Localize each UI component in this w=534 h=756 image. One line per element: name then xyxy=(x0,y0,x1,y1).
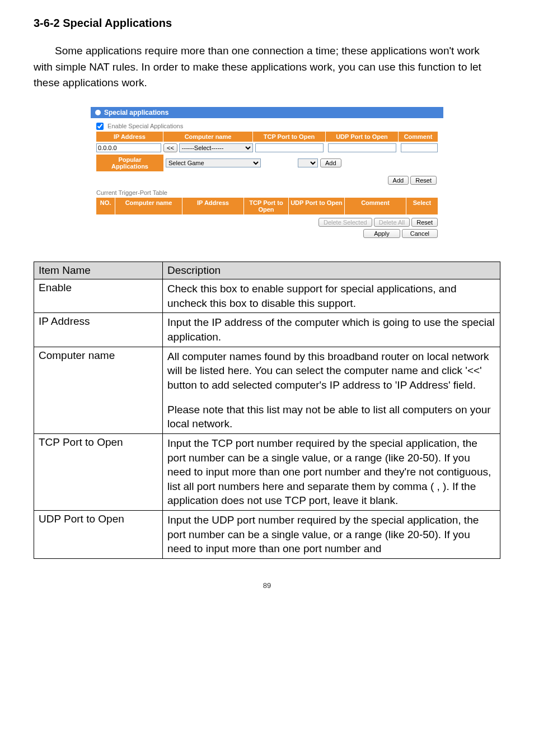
item-cell: Enable xyxy=(34,279,163,313)
hdr2-no: NO. xyxy=(96,198,115,214)
description-table-body: EnableCheck this box to enable support f… xyxy=(34,279,500,559)
hdr-comment: Comment xyxy=(399,132,438,142)
desc-paragraph: Please note that this list may not be ab… xyxy=(167,403,495,431)
panel-body: Enable Special Applications IP Address C… xyxy=(91,118,443,242)
ui-screenshot-wrapper: Special applications Enable Special Appl… xyxy=(34,107,500,242)
desc-paragraph: All computer names found by this broadba… xyxy=(167,349,495,393)
item-cell: UDP Port to Open xyxy=(34,511,163,559)
page-number: 89 xyxy=(34,581,500,590)
computer-name-select[interactable]: ------Select------ xyxy=(179,143,253,152)
desc-cell: Check this box to enable support for spe… xyxy=(163,279,500,313)
item-cell: IP Address xyxy=(34,313,163,347)
popular-apps-value-select[interactable] xyxy=(298,158,318,167)
desc-cell: All computer names found by this broadba… xyxy=(163,347,500,433)
trigger-table-header: NO. Computer name IP Address TCP Port to… xyxy=(96,198,438,214)
input-table-header: IP Address Computer name TCP Port to Ope… xyxy=(96,132,438,142)
desc-paragraph: Input the UDP port number required by th… xyxy=(167,513,495,556)
desc-cell: Input the IP address of the computer whi… xyxy=(163,313,500,347)
delete-selected-button[interactable]: Delete Selected xyxy=(318,218,372,227)
panel-titlebar: Special applications xyxy=(91,107,443,118)
hdr2-ip: IP Address xyxy=(182,198,244,214)
desc-cell: Input the TCP port number required by th… xyxy=(163,433,500,510)
reset-button[interactable]: Reset xyxy=(410,176,437,185)
delete-all-button[interactable]: Delete All xyxy=(374,218,410,227)
section-heading: 3-6-2 Special Applications xyxy=(34,17,500,30)
desc-paragraph: Input the TCP port number required by th… xyxy=(167,436,495,508)
trigger-table-label: Current Trigger-Port Table xyxy=(96,189,438,196)
table-row: EnableCheck this box to enable support f… xyxy=(34,279,500,313)
description-table: Item Name Description EnableCheck this b… xyxy=(34,262,500,559)
add-reset-row: Add Reset xyxy=(96,176,437,185)
popular-add-button[interactable]: Add xyxy=(320,158,341,167)
hdr2-udp: UDP Port to Open xyxy=(289,198,345,214)
hdr2-select: Select xyxy=(406,198,438,214)
apply-button[interactable]: Apply xyxy=(363,229,400,238)
desc-paragraph: Input the IP address of the computer whi… xyxy=(167,315,495,344)
enable-label: Enable Special Applications xyxy=(107,123,183,129)
table-row: IP AddressInput the IP address of the co… xyxy=(34,313,500,347)
desc-paragraph: Check this box to enable support for spe… xyxy=(167,282,495,310)
hdr2-tcp: TCP Port to Open xyxy=(244,198,289,214)
ip-address-input[interactable] xyxy=(96,143,161,152)
add-button[interactable]: Add xyxy=(388,176,409,185)
cancel-button[interactable]: Cancel xyxy=(402,229,438,238)
copy-left-button[interactable]: << xyxy=(163,143,177,152)
hdr2-cn: Computer name xyxy=(115,198,182,214)
intro-paragraph: Some applications require more than one … xyxy=(34,43,500,91)
hdr-ip: IP Address xyxy=(96,132,163,142)
reset-button-2[interactable]: Reset xyxy=(411,218,438,227)
panel-title: Special applications xyxy=(104,109,168,116)
input-row: << ------Select------ xyxy=(96,143,438,152)
comment-input[interactable] xyxy=(401,143,438,152)
hdr-udp: UDP Port to Open xyxy=(326,132,399,142)
hdr-computer-name: Computer name xyxy=(163,132,253,142)
popular-apps-select[interactable]: Select Game xyxy=(166,158,261,167)
item-cell: Computer name xyxy=(34,347,163,433)
special-applications-panel: Special applications Enable Special Appl… xyxy=(91,107,443,242)
enable-checkbox[interactable] xyxy=(96,123,104,130)
apply-cancel-row: Apply Cancel xyxy=(96,229,438,238)
table-row: TCP Port to OpenInput the TCP port numbe… xyxy=(34,433,500,510)
item-cell: TCP Port to Open xyxy=(34,433,163,510)
table-row: UDP Port to OpenInput the UDP port numbe… xyxy=(34,511,500,559)
th-description: Description xyxy=(163,262,500,279)
th-item-name: Item Name xyxy=(34,262,163,279)
hdr-tcp: TCP Port to Open xyxy=(253,132,326,142)
hdr2-comment: Comment xyxy=(345,198,406,214)
desc-cell: Input the UDP port number required by th… xyxy=(163,511,500,559)
popular-apps-label: Popular Applications xyxy=(96,155,163,171)
table-row: Computer nameAll computer names found by… xyxy=(34,347,500,433)
enable-row: Enable Special Applications xyxy=(96,123,438,130)
udp-port-input[interactable] xyxy=(328,143,396,152)
delete-button-row: Delete Selected Delete All Reset xyxy=(96,218,438,227)
bullet-icon xyxy=(95,110,101,115)
popular-apps-row: Popular Applications Select Game Add xyxy=(96,155,438,171)
tcp-port-input[interactable] xyxy=(255,143,324,152)
